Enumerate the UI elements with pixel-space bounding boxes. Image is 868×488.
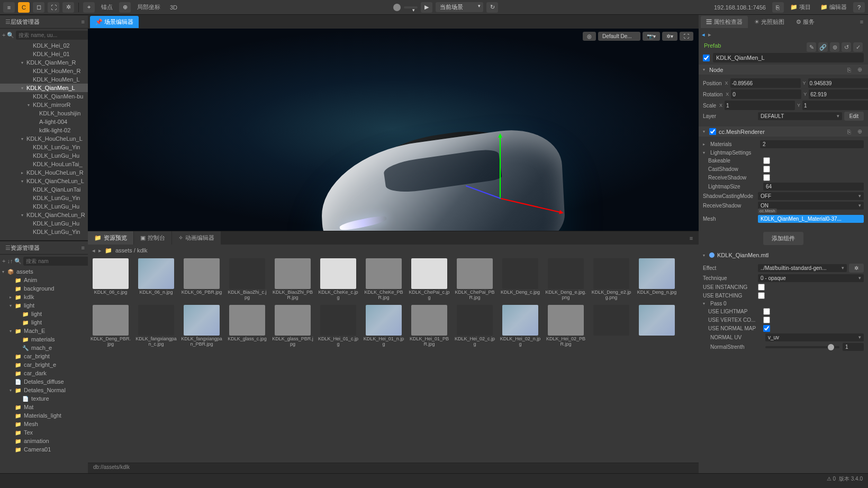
tree-row[interactable]: ▾KDLK_QianMen_R xyxy=(0,58,88,67)
asset-item[interactable]: KDLK_CheKe_c.jpg xyxy=(318,258,359,301)
asset-tree-row[interactable]: 📁Mat xyxy=(0,403,88,411)
tab-lightmap[interactable]: ☀ 光照贴图 xyxy=(749,16,790,28)
comp-enabled[interactable] xyxy=(709,128,716,135)
tree-row[interactable]: KDLK_LunGu_Hu xyxy=(0,151,88,160)
asset-item[interactable]: KDLK_BiaoZhi_c.jpg xyxy=(227,258,268,301)
asset-item[interactable]: KDLK_glass_PBR.jpg xyxy=(272,305,313,347)
search-icon[interactable]: 🔍 xyxy=(7,32,14,39)
help-icon[interactable]: ? xyxy=(853,2,865,13)
tree-row[interactable]: KDLK_LunGu_Yin xyxy=(0,143,88,151)
asset-item[interactable]: KDLK_ChePai_PBR.jpg xyxy=(454,258,495,301)
asset-item[interactable]: KDLK_Hei_02_c.jpg xyxy=(454,305,495,347)
warn-icon[interactable]: ⚠ 0 xyxy=(827,476,836,482)
anchor-icon[interactable]: ⌖ xyxy=(83,2,95,13)
batching-checkbox[interactable] xyxy=(758,292,765,299)
asset-tree-row[interactable]: 📁car_bright xyxy=(0,352,88,360)
prefab-link-icon[interactable]: 🔗 xyxy=(818,42,828,52)
asset-item[interactable]: KDLK_Hei_01_PBR.jpg xyxy=(409,305,450,347)
tree-row[interactable]: KDLK_QianLunTai xyxy=(0,185,88,194)
asset-tree-row[interactable]: 📁background xyxy=(0,284,88,293)
panel-menu-icon[interactable]: ≡ xyxy=(857,19,866,25)
prefab-apply-icon[interactable]: ✓ xyxy=(853,42,863,52)
settings-icon[interactable]: ✲ xyxy=(62,2,74,13)
layer-select[interactable]: DEFAULT xyxy=(758,112,842,120)
tab-scene-editor[interactable]: 📌 场景编辑器 xyxy=(90,16,139,28)
refresh-icon[interactable]: ↻ xyxy=(486,2,498,13)
asset-item[interactable] xyxy=(591,305,632,347)
copy-icon[interactable]: ⎘ xyxy=(845,67,853,73)
vp-gear-icon[interactable]: ✲▾ xyxy=(662,32,677,41)
tree-row[interactable]: KDLK_HouMen_R xyxy=(0,67,88,75)
material-header[interactable]: ▾KDLK_QianMen.mtl xyxy=(699,250,868,260)
add-asset-icon[interactable]: + xyxy=(2,258,5,264)
asset-tree-row[interactable]: 📁light xyxy=(0,318,88,327)
prefab-locate-icon[interactable]: ⊚ xyxy=(830,42,839,52)
nav-back-icon[interactable]: ◂ xyxy=(92,247,95,254)
view-3d-label[interactable]: 3D xyxy=(167,4,180,11)
asset-item[interactable]: KDLK_glass_c.jpg xyxy=(227,305,268,347)
asset-item[interactable]: KDLK_Deng_PBR.jpg xyxy=(90,305,131,347)
technique-select[interactable]: 0 - opaque xyxy=(758,274,864,282)
fullscreen-icon[interactable]: ⛶ xyxy=(48,2,59,13)
panel-menu-icon[interactable]: ≡ xyxy=(82,19,85,25)
tree-row[interactable]: KDLK_LunGu_Hu xyxy=(0,202,88,211)
scene-select[interactable]: 当前场景 xyxy=(436,2,483,12)
bakeable-checkbox[interactable] xyxy=(763,157,770,164)
stop-icon[interactable]: ◻ xyxy=(33,2,44,13)
tree-row[interactable]: KDLK_houshijin xyxy=(0,109,88,118)
tree-row[interactable]: KDLK_Hei_01 xyxy=(0,50,88,58)
assets-search[interactable] xyxy=(23,257,96,266)
asset-item[interactable]: KDLK_BiaoZhi_PBR.jpg xyxy=(272,258,313,301)
node-section-header[interactable]: ▾Node ⎘ ⊕ xyxy=(699,65,868,75)
normalstrength-input[interactable] xyxy=(843,343,864,351)
rec-dropdown[interactable] xyxy=(404,6,418,8)
copy-icon[interactable]: ⎘ xyxy=(845,129,853,135)
asset-tree-row[interactable]: ▾📁Mach_E xyxy=(0,327,88,335)
tab-anim-editor[interactable]: ✧动画编辑器 xyxy=(172,231,221,245)
shadowmode-select[interactable]: OFF xyxy=(758,192,864,200)
panel-menu-icon[interactable]: ≡ xyxy=(687,235,695,241)
asset-tree-row[interactable]: 📁Materials_light xyxy=(0,411,88,420)
tab-console[interactable]: ▣控制台 xyxy=(134,231,171,245)
tree-row[interactable]: ▸KDLK_HouCheLun_R xyxy=(0,168,88,177)
asset-tree-row[interactable]: 📁Tex xyxy=(0,428,88,437)
asset-item[interactable]: KDLK_Hei_02_PBR.jpg xyxy=(545,305,586,347)
node-name-field[interactable]: KDLK_QianMen_L xyxy=(713,53,864,62)
insp-back-icon[interactable]: ◂ xyxy=(702,31,705,38)
asset-tree-row[interactable]: 📁car_dark xyxy=(0,369,88,377)
tree-row[interactable]: ▾KDLK_QianCheLun_L xyxy=(0,177,88,185)
layer-edit-button[interactable]: Edit xyxy=(844,112,864,121)
rec-icon[interactable] xyxy=(393,4,401,11)
rot-y[interactable] xyxy=(809,89,868,99)
asset-item[interactable]: KDLK_Deng_n.jpg xyxy=(636,258,677,301)
editor-menu[interactable]: 📁 编辑器 xyxy=(817,3,850,11)
normaluv-select[interactable]: v_uv xyxy=(765,333,864,341)
tree-row[interactable]: ▾KDLK_QianCheLun_R xyxy=(0,211,88,219)
asset-tree-row[interactable]: 📁Anim xyxy=(0,276,88,284)
tree-row[interactable]: ▾KDLK_QianMen_L xyxy=(0,84,88,92)
materials-count[interactable] xyxy=(760,140,864,148)
asset-tree-row[interactable]: ▾📁Detales_Normal xyxy=(0,386,88,394)
asset-item[interactable]: KDLK_CheKe_PBR.jpg xyxy=(363,258,404,301)
vp-target-icon[interactable]: ◎ xyxy=(583,32,596,41)
asset-tree-row[interactable]: 📁materials xyxy=(0,335,88,344)
tree-row[interactable]: ▾KDLK_HouCheLun_L xyxy=(0,134,88,143)
sort-icon[interactable]: ↓↑ xyxy=(7,258,13,264)
pos-x[interactable] xyxy=(730,78,801,88)
add-component-button[interactable]: 添加组件 xyxy=(763,232,803,245)
asset-item[interactable]: KDLK_Hei_01_n.jpg xyxy=(363,305,404,347)
tree-row[interactable]: ▾KDLK_mirrorR xyxy=(0,101,88,109)
asset-tree-row[interactable]: 📄texture xyxy=(0,394,88,403)
panel-menu-icon[interactable]: ≡ xyxy=(82,245,85,251)
node-enabled-checkbox[interactable] xyxy=(703,55,710,61)
project-menu[interactable]: 📁 项目 xyxy=(787,3,814,11)
scl-x[interactable] xyxy=(725,101,795,110)
tab-asset-preview[interactable]: 📁资源预览 xyxy=(88,231,133,245)
tree-row[interactable]: kdlk-light-02 xyxy=(0,126,88,134)
use-lightmap-checkbox[interactable] xyxy=(763,308,770,315)
vp-max-icon[interactable]: ⛶ xyxy=(680,32,693,41)
tab-inspector[interactable]: ☰ 属性检查器 xyxy=(701,16,748,28)
asset-item[interactable]: KDLK_Deng_e.jpg.png xyxy=(545,258,586,301)
scl-y[interactable] xyxy=(802,101,868,110)
normalstrength-slider[interactable] xyxy=(765,346,839,348)
